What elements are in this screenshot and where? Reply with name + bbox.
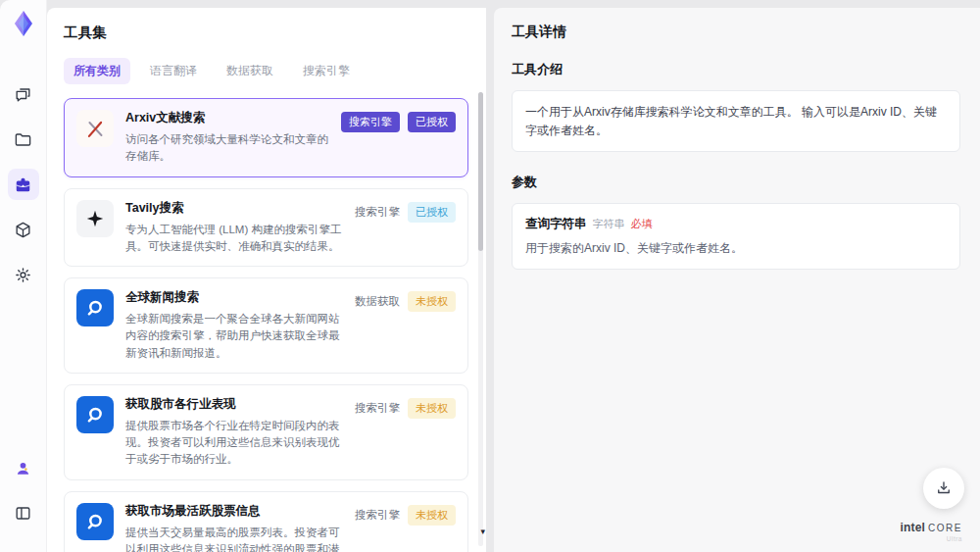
news-search-icon <box>76 289 114 326</box>
tool-name: Arxiv文献搜索 <box>125 110 329 126</box>
stock-search-icon <box>76 503 114 540</box>
briefcase-icon <box>14 176 32 194</box>
sidebar-bottom <box>8 452 39 542</box>
intro-heading: 工具介绍 <box>512 61 960 78</box>
status-badge: 已授权 <box>408 202 456 223</box>
tab-category-2[interactable]: 数据获取 <box>217 58 283 84</box>
tool-description: 提供股票市场各个行业在特定时间段内的表现。投资者可以利用这些信息来识别表现优于或… <box>125 418 343 469</box>
tool-card[interactable]: 全球新闻搜索全球新闻搜索是一个聚合全球各大新闻网站内容的搜索引擎，帮助用户快速获… <box>64 277 468 374</box>
tool-card-body: 获取市场最活跃股票信息提供当天交易量最高的股票列表。投资者可以利用这些信息来识别… <box>125 503 343 552</box>
tool-card-body: Tavily搜索专为人工智能代理 (LLM) 构建的搜索引擎工具。可快速提供实时… <box>125 200 343 256</box>
category-label: 搜索引擎 <box>355 508 400 523</box>
param-box: 查询字符串 字符串 必填 用于搜索的Arxiv ID、关键字或作者姓名。 <box>512 203 960 270</box>
tool-name: Tavily搜索 <box>125 200 343 217</box>
param-header: 查询字符串 字符串 必填 <box>525 216 947 232</box>
param-required-badge: 必填 <box>631 217 653 231</box>
tool-card-body: 全球新闻搜索全球新闻搜索是一个聚合全球各大新闻网站内容的搜索引擎，帮助用户快速获… <box>125 289 343 362</box>
sidebar-item-chat[interactable] <box>8 78 39 110</box>
tool-card-body: Arxiv文献搜索访问各个研究领域大量科学论文和文章的存储库。 <box>125 110 329 166</box>
param-desc: 用于搜索的Arxiv ID、关键字或作者姓名。 <box>525 240 947 257</box>
user-avatar[interactable] <box>8 452 39 483</box>
intel-core-logo: intel core Ultra <box>900 522 962 543</box>
download-button[interactable] <box>923 468 964 509</box>
intro-text: 一个用于从Arxiv存储库搜索科学论文和文章的工具。 输入可以是Arxiv ID… <box>525 103 947 139</box>
scrollbar-track[interactable] <box>478 92 483 546</box>
gear-icon <box>14 266 32 284</box>
tab-category-3[interactable]: 搜索引擎 <box>293 58 360 84</box>
tool-description: 提供当天交易量最高的股票列表。投资者可以利用这些信息来识别流动性强的股票和潜在的… <box>125 525 343 552</box>
tool-card[interactable]: 获取股市各行业表现提供股票市场各个行业在特定时间段内的表现。投资者可以利用这些信… <box>64 384 468 480</box>
tool-card-meta: 搜索引擎已授权 <box>355 200 456 223</box>
tool-card-meta: 数据获取未授权 <box>355 289 456 312</box>
status-badge: 未授权 <box>408 398 456 419</box>
tool-description: 专为人工智能代理 (LLM) 构建的搜索引擎工具。可快速提供实时、准确和真实的结… <box>125 222 343 256</box>
download-icon <box>935 479 953 497</box>
param-type: 字符串 <box>593 217 625 231</box>
category-tabs: 所有类别语言翻译数据获取搜索引擎 <box>64 58 468 84</box>
status-badge: 未授权 <box>408 291 456 312</box>
sidebar-item-models[interactable] <box>8 214 39 245</box>
sidebar <box>0 0 47 552</box>
intel-sub-label: Ultra <box>900 536 962 543</box>
tool-name: 获取市场最活跃股票信息 <box>125 503 343 520</box>
sidebar-item-files[interactable] <box>8 124 39 155</box>
tool-list-panel: 工具集 所有类别语言翻译数据获取搜索引擎 Arxiv文献搜索访问各个研究领域大量… <box>47 8 486 552</box>
intel-wordmark: intel <box>900 522 925 533</box>
collapse-sidebar-button[interactable] <box>8 497 39 528</box>
tab-category-1[interactable]: 语言翻译 <box>140 58 207 84</box>
tool-description: 访问各个研究领域大量科学论文和文章的存储库。 <box>125 131 329 166</box>
tool-detail-panel: 工具详情 工具介绍 一个用于从Arxiv存储库搜索科学论文和文章的工具。 输入可… <box>494 8 980 552</box>
tool-card[interactable]: 获取市场最活跃股票信息提供当天交易量最高的股票列表。投资者可以利用这些信息来识别… <box>64 491 468 552</box>
folder-icon <box>14 130 32 149</box>
cube-icon <box>14 221 32 239</box>
stock-search-icon <box>76 396 114 433</box>
category-label: 搜索引擎 <box>355 205 400 220</box>
params-heading: 参数 <box>512 174 960 191</box>
panel-toggle-icon <box>14 504 32 523</box>
sidebar-item-tools[interactable] <box>8 169 39 200</box>
intro-box: 一个用于从Arxiv存储库搜索科学论文和文章的工具。 输入可以是Arxiv ID… <box>512 90 960 152</box>
status-badge: 未授权 <box>408 505 456 526</box>
tool-card-meta: 搜索引擎已授权 <box>341 110 456 132</box>
tool-name: 获取股市各行业表现 <box>125 396 343 413</box>
arxiv-logo-icon <box>76 110 114 147</box>
scrollbar-thumb[interactable] <box>478 92 483 251</box>
status-badge: 已授权 <box>408 112 456 132</box>
detail-title: 工具详情 <box>512 24 960 41</box>
tool-card-meta: 搜索引擎未授权 <box>355 503 456 526</box>
sidebar-nav <box>8 78 39 304</box>
chat-icon <box>14 85 32 104</box>
tool-card[interactable]: Tavily搜索专为人工智能代理 (LLM) 构建的搜索引擎工具。可快速提供实时… <box>64 188 468 268</box>
tool-card[interactable]: Arxiv文献搜索访问各个研究领域大量科学论文和文章的存储库。搜索引擎已授权 <box>64 98 468 177</box>
tool-description: 全球新闻搜索是一个聚合全球各大新闻网站内容的搜索引擎，帮助用户快速获取全球最新资… <box>125 311 343 362</box>
tool-card-meta: 搜索引擎未授权 <box>355 396 456 419</box>
category-badge: 搜索引擎 <box>341 112 400 132</box>
page-title: 工具集 <box>64 24 468 42</box>
app-window: 工具集 所有类别语言翻译数据获取搜索引擎 Arxiv文献搜索访问各个研究领域大量… <box>0 0 980 552</box>
sidebar-item-settings[interactable] <box>8 259 39 290</box>
tool-list: Arxiv文献搜索访问各个研究领域大量科学论文和文章的存储库。搜索引擎已授权Ta… <box>64 98 468 552</box>
scroll-down-arrow[interactable]: ▾ <box>480 527 485 536</box>
app-logo-icon <box>8 8 39 39</box>
user-icon <box>14 459 32 477</box>
category-label: 数据获取 <box>355 294 400 309</box>
tool-name: 全球新闻搜索 <box>125 289 343 306</box>
param-name: 查询字符串 <box>525 216 587 232</box>
tavily-star-icon <box>76 200 114 237</box>
category-label: 搜索引擎 <box>355 401 400 416</box>
tool-card-body: 获取股市各行业表现提供股票市场各个行业在特定时间段内的表现。投资者可以利用这些信… <box>125 396 343 469</box>
core-wordmark: core <box>928 524 962 533</box>
tab-category-0[interactable]: 所有类别 <box>64 58 130 84</box>
